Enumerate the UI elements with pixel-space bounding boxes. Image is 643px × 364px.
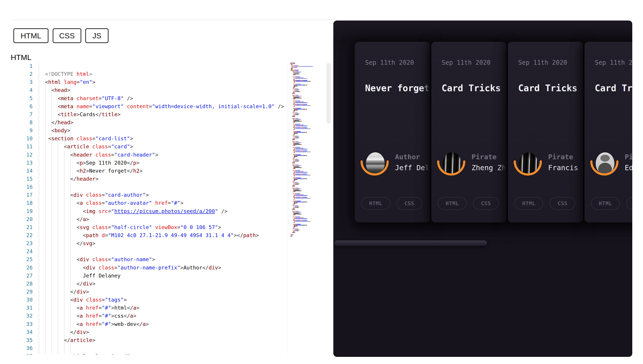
tag-pill[interactable]: HTML xyxy=(438,197,467,210)
card-tags: HTMLCSS xyxy=(591,197,632,210)
code-line: 6 <meta name="viewport" content="width=d… xyxy=(0,102,287,110)
code-line: 24 xyxy=(0,247,287,256)
half-circle-arc-icon xyxy=(437,160,465,176)
tag-pill[interactable]: HTML xyxy=(361,197,390,210)
code-line: 25 <div class="author-name"> xyxy=(0,256,287,264)
card-author: PirateFrancis Drake xyxy=(508,42,583,222)
editor-minimap[interactable] xyxy=(287,61,332,238)
card-tags: HTMLCSS xyxy=(438,197,499,210)
card-author: PirateEdward Teach xyxy=(584,42,632,222)
tag-pill[interactable]: CSS xyxy=(473,197,499,210)
author-prefix: Pirate xyxy=(548,152,573,161)
tag-pill[interactable]: HTML xyxy=(514,197,543,210)
half-circle-arc-icon xyxy=(514,160,542,176)
code-line: 4 <head> xyxy=(0,86,287,94)
card-tags: HTMLCSSWEB-DEV xyxy=(361,197,430,210)
editor-panel-label: HTML xyxy=(11,53,32,62)
code-line: 14 <h2>Never forget</h2> xyxy=(0,167,287,175)
top-divider xyxy=(12,20,333,20)
code-editor[interactable]: 12<!DOCTYPE html>3<html lang="en">4 <hea… xyxy=(0,62,287,355)
code-line: 35 </article> xyxy=(0,336,287,344)
code-line: 15 </header> xyxy=(0,175,287,183)
preview-horizontal-scrollbar[interactable] xyxy=(334,240,487,246)
code-line: 37 <article class="card"> xyxy=(0,352,287,355)
code-line: 27 Jeff Delaney xyxy=(0,272,287,280)
code-line: 1 xyxy=(0,62,287,70)
preview-card: Sep 11th 2020Card Tricks are funPirateZh… xyxy=(431,42,506,222)
code-line: 5 <meta charset="UTF-8" /> xyxy=(0,94,287,102)
code-line: 32 <a href="#">css</a> xyxy=(0,312,287,320)
code-line: 31 <a href="#">html</a> xyxy=(0,304,287,312)
code-line: 16 xyxy=(0,183,287,191)
preview-card: Sep 11th 2020Card Tricks are funPirateFr… xyxy=(508,42,583,222)
code-line: 18 <a class="author-avatar" href="#"> xyxy=(0,199,287,207)
code-line: 9 <body> xyxy=(0,126,287,134)
code-line: 28 </div> xyxy=(0,280,287,288)
card-tags: HTMLCSS xyxy=(514,197,575,210)
code-line: 20 </a> xyxy=(0,215,287,223)
tab-html[interactable]: HTML xyxy=(14,28,49,43)
card-edge-fade xyxy=(577,42,583,222)
code-line: 23 </svg> xyxy=(0,239,287,247)
tag-pill[interactable]: CSS xyxy=(397,197,422,210)
code-line: 10 <section class="card-list"> xyxy=(0,134,287,142)
tag-pill[interactable]: CSS xyxy=(550,197,575,210)
author-prefix: Author xyxy=(395,152,420,161)
half-circle-arc-icon xyxy=(590,160,618,176)
preview-card: Sep 11th 2020Never forgetAuthorJeff Dela… xyxy=(355,42,430,222)
code-line: 3<html lang="en"> xyxy=(0,78,287,86)
tag-pill[interactable]: HTML xyxy=(591,197,620,210)
code-line: 2<!DOCTYPE html> xyxy=(0,70,287,78)
code-line: 36 xyxy=(0,344,287,352)
code-line: 7 <title>Cards</title> xyxy=(0,110,287,118)
code-line: 8 </head> xyxy=(0,118,287,126)
code-line: 26 <div class="author-name-prefix">Autho… xyxy=(0,264,287,272)
editor-scrollbar-thumb[interactable] xyxy=(327,63,331,124)
card-author: AuthorJeff Delaney xyxy=(355,42,430,222)
card-edge-fade xyxy=(500,42,506,222)
code-line: 17 <div class="card-author"> xyxy=(0,191,287,199)
half-circle-arc-icon xyxy=(361,160,389,176)
author-prefix: Pirate xyxy=(625,152,632,161)
code-line: 34 </div> xyxy=(0,328,287,336)
preview-card: Sep 11th 2020Card Tricks are funPirateEd… xyxy=(584,42,632,222)
tab-js[interactable]: JS xyxy=(85,28,109,43)
code-line: 19 <img src="https://picsum.photos/seed/… xyxy=(0,207,287,215)
author-prefix: Pirate xyxy=(472,152,497,161)
code-line: 33 <a href="#">web-dev</a> xyxy=(0,320,287,328)
tab-css[interactable]: CSS xyxy=(53,28,81,43)
code-line: 30 <div class="tags"> xyxy=(0,296,287,304)
code-line: 13 <p>Sep 11th 2020</p> xyxy=(0,159,287,167)
code-line: 29 </div> xyxy=(0,288,287,296)
code-line: 11 <article class="card"> xyxy=(0,142,287,150)
card-edge-fade xyxy=(424,42,430,222)
preview-panel: Sep 11th 2020Never forgetAuthorJeff Dela… xyxy=(333,20,632,357)
card-author: PirateZheng Zhilong xyxy=(431,42,506,222)
tag-pill[interactable]: CSS xyxy=(626,197,632,210)
code-line: 12 <header class="card-header"> xyxy=(0,151,287,159)
code-line: 22 <path d="M102 4c0 27.1-21.9 49-49 49S… xyxy=(0,231,287,239)
code-line: 21 <svg class="half-circle" viewBox="0 0… xyxy=(0,223,287,231)
author-name: Edward Teach xyxy=(625,163,632,172)
